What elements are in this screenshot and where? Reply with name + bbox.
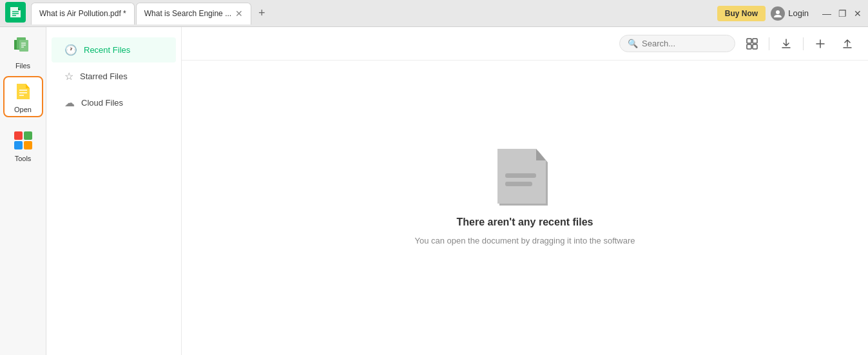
nav-sidebar: 🕐 Recent Files ☆ Starred Files ☁ Cloud F… (46, 27, 182, 355)
empty-state: There aren't any recent files You can op… (182, 61, 868, 355)
toolbar-separator-1 (769, 37, 769, 50)
empty-subtitle: You can open the document by dragging it… (414, 236, 635, 245)
content-area: 🔍 (182, 27, 868, 355)
svg-rect-20 (24, 141, 32, 149)
star-icon: ☆ (64, 70, 73, 82)
svg-rect-22 (753, 39, 757, 43)
open-label: Open (14, 106, 32, 113)
grid-view-button[interactable] (742, 34, 762, 54)
tab-label: What is Search Engine ... (144, 9, 231, 18)
login-avatar (771, 6, 785, 21)
files-label: Files (15, 62, 30, 70)
cloud-icon: ☁ (64, 97, 75, 109)
files-icon (12, 36, 35, 59)
download-button[interactable] (776, 34, 796, 54)
search-input[interactable] (642, 39, 719, 48)
tools-icon (12, 129, 35, 152)
svg-rect-30 (505, 173, 536, 178)
starred-label: Starred Files (80, 72, 128, 81)
main-layout: Files Open Tools (0, 27, 868, 355)
window-controls: — ❐ ✕ (822, 8, 863, 19)
title-bar: What is Air Pollution.pdf * What is Sear… (0, 0, 868, 27)
add-file-button[interactable] (810, 34, 831, 54)
sidebar-item-open[interactable]: Open (3, 76, 43, 117)
svg-point-4 (776, 10, 780, 14)
svg-rect-31 (505, 182, 532, 186)
maximize-button[interactable]: ❐ (837, 8, 847, 19)
add-tab-button[interactable]: + (253, 5, 271, 23)
svg-rect-21 (747, 39, 751, 43)
download-icon (780, 38, 792, 50)
tab-search-engine[interactable]: What is Search Engine ... ✕ (136, 3, 251, 24)
login-label: Login (788, 8, 809, 18)
cloud-label: Cloud Files (81, 98, 123, 108)
recent-icon: 🕐 (64, 44, 77, 56)
svg-rect-18 (24, 131, 32, 140)
svg-rect-8 (19, 40, 28, 52)
login-button[interactable]: Login (771, 6, 809, 21)
tools-label: Tools (15, 155, 32, 162)
search-box[interactable]: 🔍 (619, 35, 735, 52)
svg-marker-29 (536, 149, 546, 160)
add-icon (815, 38, 826, 50)
upload-icon (842, 38, 853, 50)
tab-label: What is Air Pollution.pdf * (39, 9, 126, 18)
upload-button[interactable] (837, 34, 858, 54)
toolbar-separator-2 (803, 37, 804, 50)
svg-rect-24 (753, 44, 757, 49)
open-file-icon (12, 80, 35, 103)
app-logo (5, 2, 31, 25)
empty-title: There aren't any recent files (457, 216, 593, 228)
search-icon: 🔍 (628, 39, 638, 48)
nav-item-recent[interactable]: 🕐 Recent Files (52, 37, 176, 62)
icon-sidebar: Files Open Tools (0, 27, 46, 355)
sidebar-item-tools[interactable]: Tools (3, 125, 43, 166)
grid-icon (746, 38, 758, 50)
tab-air-pollution[interactable]: What is Air Pollution.pdf * (31, 3, 135, 24)
nav-item-starred[interactable]: ☆ Starred Files (52, 64, 176, 89)
tab-close-icon[interactable]: ✕ (235, 9, 243, 18)
title-bar-actions: Buy Now Login — ❐ ✕ (717, 6, 863, 21)
empty-file-icon (496, 144, 554, 209)
svg-marker-13 (26, 84, 30, 88)
sidebar-item-files[interactable]: Files (3, 32, 43, 73)
svg-rect-19 (14, 141, 23, 149)
minimize-button[interactable]: — (822, 8, 832, 19)
svg-rect-17 (14, 131, 23, 140)
buy-now-button[interactable]: Buy Now (717, 6, 766, 21)
content-toolbar: 🔍 (182, 27, 868, 61)
svg-rect-23 (747, 44, 751, 49)
tab-bar: What is Air Pollution.pdf * What is Sear… (31, 0, 717, 26)
nav-item-cloud[interactable]: ☁ Cloud Files (52, 90, 176, 115)
add-tab-icon: + (258, 6, 265, 20)
recent-label: Recent Files (84, 45, 130, 55)
close-button[interactable]: ✕ (853, 8, 863, 19)
